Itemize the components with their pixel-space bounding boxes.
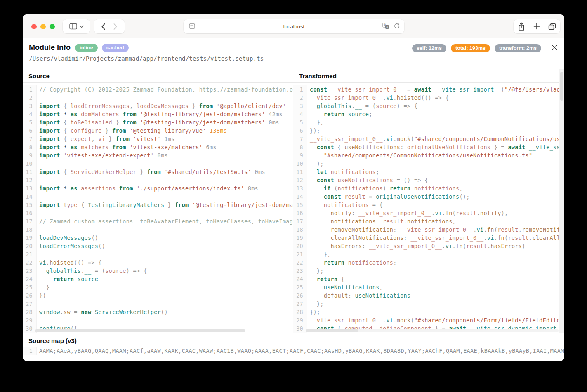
code-token <box>310 111 324 117</box>
code-token: configure <box>71 127 102 134</box>
line-number: 16 <box>293 209 307 217</box>
code-token: (); <box>459 193 469 200</box>
code-line: 29__vite_ssr_import_0__.vi.mock("#shared… <box>293 316 564 324</box>
code-token <box>310 292 324 299</box>
code-token: loadDevMessages <box>137 103 189 109</box>
code-token: 'vitest-axe/extend-expect' <box>64 152 154 159</box>
line-number: 23 <box>23 267 37 275</box>
code-token: => <box>404 103 414 109</box>
code-token: notifications <box>348 259 394 266</box>
line-number: 18 <box>293 225 307 234</box>
code-token: result <box>508 235 529 241</box>
code-token: * <box>64 111 71 117</box>
code-line: 21 <box>23 250 293 258</box>
code-token: * <box>64 185 71 192</box>
code-token: } <box>39 284 50 291</box>
code-line: 13 if (notifications) return notificatio… <box>293 184 564 192</box>
transformed-panel: Transformed 1const __vite_ssr_import_0__… <box>293 69 564 333</box>
code-token: 'vitest-axe/matchers' <box>130 144 203 150</box>
line-number: 8 <box>293 143 307 151</box>
code-token: hoisted <box>397 94 421 101</box>
source-horizontal-scrollbar[interactable] <box>35 329 245 332</box>
line-number: 30 <box>23 324 37 333</box>
transformed-code[interactable]: 1const __vite_ssr_import_0__ = await __v… <box>293 83 564 335</box>
code-token: '@apollo/client/dev' <box>217 103 286 109</box>
code-token: vi <box>477 226 484 233</box>
source-code[interactable]: 1// Copyright (C) 2012-2025 Zammad Found… <box>23 83 293 335</box>
desktop: { "browser": { "url": "localhost", "traf… <box>0 0 587 392</box>
reload-icon[interactable] <box>394 23 400 29</box>
line-number: 14 <box>23 192 37 201</box>
code-token: fn <box>487 226 494 233</box>
code-line: 17// Zammad custom assertions: toBeAvata… <box>23 217 293 225</box>
zoom-window-button[interactable] <box>50 24 55 29</box>
code-token: originalUseNotifications <box>407 144 490 150</box>
close-window-button[interactable] <box>31 24 37 29</box>
code-token: => <box>133 268 144 274</box>
code-token: default <box>324 292 348 299</box>
browser-window: localhost Aa Module Inf <box>23 14 564 361</box>
code-token: // Zammad custom assertions: toBeAvatarE… <box>39 218 293 225</box>
self-time-badge: self: 12ms <box>412 44 446 52</box>
code-token: result <box>456 210 477 216</box>
transformed-vertical-scrollbar[interactable] <box>559 69 564 333</box>
code-token: = <box>404 86 414 93</box>
code-token: = <box>91 268 101 274</box>
code-token: as <box>71 144 81 150</box>
code-token: ) <box>397 103 404 109</box>
code-token: { <box>337 144 344 150</box>
code-line: 9 "#shared/components/CommonNotification… <box>293 151 564 160</box>
new-tab-button[interactable] <box>533 23 540 30</box>
address-bar[interactable]: localhost Aa <box>184 19 404 33</box>
code-token <box>310 103 317 109</box>
minimize-window-button[interactable] <box>40 24 46 29</box>
svg-text:a: a <box>386 26 388 29</box>
code-token: hoisted <box>50 259 74 266</box>
code-token: window <box>39 309 60 315</box>
code-token: 0ms <box>265 119 279 126</box>
forward-button[interactable] <box>113 23 118 30</box>
line-number: 22 <box>23 258 37 267</box>
back-button[interactable] <box>101 23 106 30</box>
code-token <box>310 276 317 282</box>
code-token: __ <box>85 268 92 274</box>
line-number: 1 <box>23 85 37 94</box>
code-token: result <box>344 193 365 200</box>
line-number: 24 <box>293 275 307 283</box>
line-number: 21 <box>23 250 37 258</box>
code-token <box>310 185 324 192</box>
code-token: , <box>453 218 456 225</box>
translate-icon[interactable]: Aa <box>382 23 389 29</box>
transformed-horizontal-scrollbar[interactable] <box>306 329 358 332</box>
code-token: notify <box>480 210 501 216</box>
sidebar-toggle-button[interactable] <box>63 19 90 33</box>
code-token: source <box>348 111 369 117</box>
code-token: . <box>60 309 64 315</box>
code-token: , <box>380 284 383 291</box>
timing-badges: self: 12mstotal: 193mstransform: 2ms <box>412 44 541 52</box>
line-number: 30 <box>293 324 307 333</box>
line-number: 7 <box>293 135 307 143</box>
tab-overview-button[interactable] <box>548 23 556 30</box>
code-token <box>310 226 331 233</box>
module-link[interactable]: './support/assertions/index.ts' <box>137 185 244 192</box>
code-token: from <box>175 202 192 208</box>
line-number: 6 <box>293 127 307 135</box>
url-text[interactable]: localhost <box>283 23 304 30</box>
share-button[interactable] <box>518 22 525 31</box>
line-number: 5 <box>23 118 37 127</box>
code-token <box>310 202 324 208</box>
code-token: => <box>414 177 424 183</box>
line-number: 17 <box>23 217 37 225</box>
code-token <box>39 268 46 274</box>
code-token: loadErrorMessages <box>71 103 130 109</box>
code-token: = <box>369 202 379 208</box>
code-token: . <box>393 317 396 324</box>
page-settings-icon[interactable] <box>189 23 195 29</box>
vertical-scrollbar-thumb[interactable] <box>560 72 563 101</box>
code-token: "#shared/components/Form/fields/FieldEdi… <box>414 317 564 324</box>
code-token: loadErrorMessages <box>39 243 98 249</box>
code-line: 6import { configure } from '@testing-lib… <box>23 127 293 135</box>
close-button[interactable] <box>550 43 559 52</box>
code-token: matchers <box>81 144 108 150</box>
